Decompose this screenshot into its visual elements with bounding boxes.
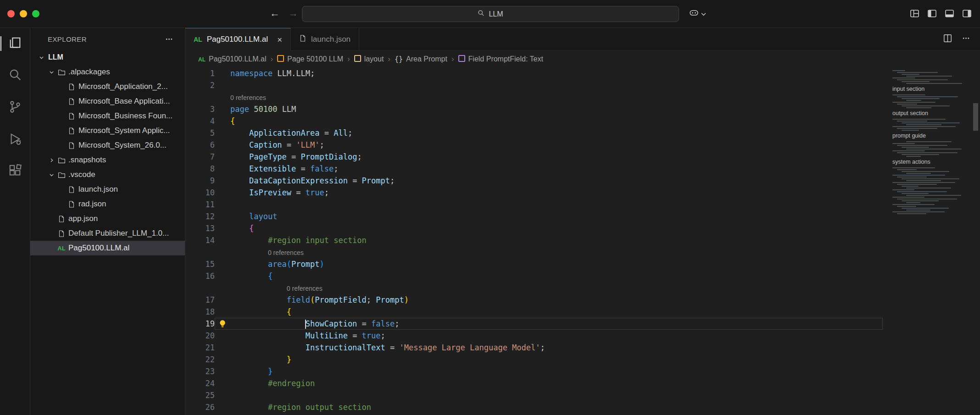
- line-number[interactable]: 4: [185, 115, 215, 127]
- code-line-15[interactable]: 15 area(Prompt): [185, 258, 980, 270]
- editor-more-actions-icon[interactable]: [962, 34, 970, 44]
- code-line-4[interactable]: 4{: [185, 115, 980, 127]
- code-line-13[interactable]: 13 {: [185, 222, 980, 234]
- customize-layout-icon[interactable]: [910, 9, 919, 18]
- code-line-24[interactable]: 24 #endregion: [185, 377, 980, 389]
- lightbulb-icon[interactable]: [215, 318, 230, 330]
- code-line-21[interactable]: 21 InstructionalText = 'Message Large La…: [185, 342, 980, 354]
- line-number[interactable]: 23: [185, 365, 215, 377]
- line-number[interactable]: 22: [185, 354, 215, 365]
- code-line-6[interactable]: 6 Caption = 'LLM';: [185, 139, 980, 151]
- tree-item-app-json[interactable]: app.json: [30, 211, 185, 226]
- codelens-references[interactable]: 0 references: [268, 249, 304, 256]
- scrollbar-thumb[interactable]: [973, 103, 978, 131]
- close-tab-icon[interactable]: ×: [277, 35, 282, 44]
- minimap[interactable]: input sectionoutput sectionprompt guides…: [892, 70, 971, 215]
- explorer-more-actions-icon[interactable]: [165, 35, 173, 44]
- line-number[interactable]: 21: [185, 342, 215, 354]
- line-number[interactable]: [185, 91, 215, 103]
- line-number[interactable]: 10: [185, 187, 215, 199]
- command-center-search[interactable]: LLM: [302, 6, 679, 22]
- close-window-button[interactable]: [7, 10, 15, 17]
- codelens-row[interactable]: 0 references: [185, 282, 980, 294]
- tree-item-launch-json[interactable]: launch.json: [30, 182, 185, 197]
- code-line-5[interactable]: 5 ApplicationArea = All;: [185, 127, 980, 139]
- tree-item-default-publisher-llm-1-0-[interactable]: Default Publisher_LLM_1.0...: [30, 226, 185, 241]
- tree-item-pag50100-llm-al[interactable]: ALPag50100.LLM.al: [30, 241, 185, 255]
- tab-launch-json[interactable]: launch.json: [291, 28, 359, 50]
- breadcrumb-item[interactable]: Field PromptField: Text: [458, 55, 543, 64]
- tab-pag50100-llm-al[interactable]: ALPag50100.LLM.al×: [185, 28, 291, 50]
- code-line-16[interactable]: 16 {: [185, 270, 980, 282]
- line-number[interactable]: 2: [185, 79, 215, 91]
- line-number[interactable]: 8: [185, 163, 215, 175]
- activity-bar-item-extensions[interactable]: [0, 161, 30, 183]
- code-line-8[interactable]: 8 Extensible = false;: [185, 163, 980, 175]
- toggle-panel-icon[interactable]: [945, 9, 954, 18]
- back-arrow-button[interactable]: ←: [270, 0, 280, 28]
- breadcrumb-item[interactable]: {}Area Prompt: [395, 55, 447, 63]
- tree-folder--vscode[interactable]: .vscode: [30, 167, 185, 182]
- split-editor-icon[interactable]: [943, 34, 952, 44]
- code-line-12[interactable]: 12 layout: [185, 210, 980, 222]
- code-line-2[interactable]: 2: [185, 79, 980, 91]
- code-line-18[interactable]: 18 {: [185, 306, 980, 318]
- line-number[interactable]: 11: [185, 199, 215, 210]
- line-number[interactable]: 24: [185, 377, 215, 389]
- breadcrumb-item[interactable]: layout: [354, 55, 384, 64]
- line-number[interactable]: 20: [185, 330, 215, 342]
- tree-item-microsoft-application-2-[interactable]: Microsoft_Application_2...: [30, 79, 185, 94]
- code-line-10[interactable]: 10 IsPreview = true;: [185, 187, 980, 199]
- code-line-1[interactable]: 1namespace LLM.LLM;: [185, 67, 980, 79]
- code-line-23[interactable]: 23 }: [185, 365, 980, 377]
- activity-bar-item-source-control[interactable]: [0, 97, 30, 119]
- code-line-14[interactable]: 14 #region input section: [185, 234, 980, 246]
- minimize-window-button[interactable]: [20, 10, 27, 17]
- line-number[interactable]: [185, 282, 215, 294]
- line-number[interactable]: 14: [185, 234, 215, 246]
- code-line-20[interactable]: 20 MultiLine = true;: [185, 330, 980, 342]
- line-number[interactable]: 26: [185, 401, 215, 413]
- toggle-secondary-sidebar-icon[interactable]: [962, 9, 972, 18]
- code-line-25[interactable]: 25: [185, 389, 980, 401]
- code-line-9[interactable]: 9 DataCaptionExpression = Prompt;: [185, 175, 980, 187]
- breadcrumb-item[interactable]: Page 50100 LLM: [277, 55, 343, 64]
- line-number[interactable]: 25: [185, 389, 215, 401]
- line-number[interactable]: 12: [185, 210, 215, 222]
- copilot-menu-button[interactable]: [689, 8, 706, 19]
- line-number[interactable]: 9: [185, 175, 215, 187]
- zoom-window-button[interactable]: [32, 10, 39, 17]
- line-number[interactable]: 13: [185, 222, 215, 234]
- code-line-11[interactable]: 11: [185, 199, 980, 210]
- tree-folder--alpackages[interactable]: .alpackages: [30, 65, 185, 79]
- activity-bar-item-explorer[interactable]: [0, 33, 30, 55]
- line-number[interactable]: [185, 246, 215, 258]
- line-number[interactable]: 7: [185, 151, 215, 163]
- codelens-row[interactable]: 0 references: [185, 91, 980, 103]
- tree-item-microsoft-business-foun-[interactable]: Microsoft_Business Foun...: [30, 109, 185, 123]
- activity-bar-item-run-debug[interactable]: [0, 129, 30, 151]
- line-number[interactable]: 6: [185, 139, 215, 151]
- line-number[interactable]: 15: [185, 258, 215, 270]
- tree-item-rad-json[interactable]: rad.json: [30, 197, 185, 211]
- activity-bar-item-search[interactable]: [0, 65, 30, 87]
- tree-item-microsoft-system-26-0-[interactable]: Microsoft_System_26.0...: [30, 138, 185, 153]
- line-number[interactable]: 19: [185, 318, 215, 330]
- tree-item-microsoft-base-applicati-[interactable]: Microsoft_Base Applicati...: [30, 94, 185, 109]
- code-line-7[interactable]: 7 PageType = PromptDialog;: [185, 151, 980, 163]
- codelens-row[interactable]: 0 references: [185, 246, 980, 258]
- code-line-26[interactable]: 26 #region output section: [185, 401, 980, 413]
- line-number[interactable]: 17: [185, 294, 215, 306]
- line-number[interactable]: 18: [185, 306, 215, 318]
- codelens-references[interactable]: 0 references: [287, 285, 323, 292]
- line-number[interactable]: 5: [185, 127, 215, 139]
- code-line-17[interactable]: 17 field(PromptField; Prompt): [185, 294, 980, 306]
- toggle-primary-sidebar-icon[interactable]: [927, 9, 937, 18]
- forward-arrow-button[interactable]: →: [288, 0, 298, 28]
- codelens-references[interactable]: 0 references: [230, 94, 266, 101]
- line-number[interactable]: 16: [185, 270, 215, 282]
- code-line-22[interactable]: 22 }: [185, 354, 980, 365]
- code-line-19[interactable]: 19 ShowCaption = false;: [185, 318, 980, 330]
- tree-item-microsoft-system-applic-[interactable]: Microsoft_System Applic...: [30, 123, 185, 138]
- tree-item-llm[interactable]: LLM: [30, 50, 185, 65]
